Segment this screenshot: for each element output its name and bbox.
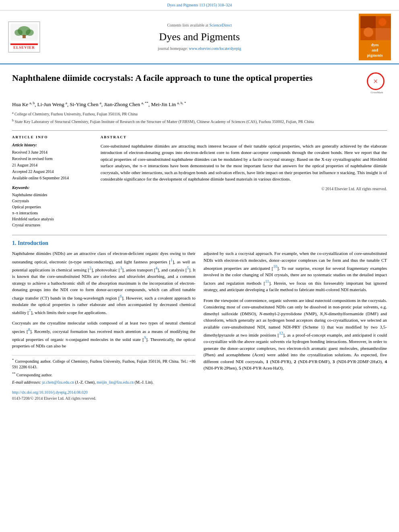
footnote-email: E-mail addresses: jz.chen@fzu.edu.cn (J.… — [12, 380, 195, 385]
ref-6[interactable]: 6 — [120, 294, 122, 298]
brand-line-2: and — [360, 47, 389, 53]
ref-12[interactable]: 12 — [279, 331, 283, 335]
svg-point-9 — [378, 18, 387, 26]
journal-logo-right: dyes and pigments — [359, 14, 391, 60]
abstract-col: ABSTRACT Core-substituted naphthalene di… — [101, 135, 387, 228]
intro-para-3: adjusted by such a cocrystal approach. F… — [204, 250, 387, 293]
article-history-title: Article history: — [12, 142, 93, 148]
footnotes-section: * Corresponding author. College of Chemi… — [12, 355, 195, 386]
keyword-6: Crystal structures — [12, 222, 93, 228]
email-mj[interactable]: meijin_lin@fzu.edu.cn — [97, 380, 134, 384]
article-info-label: ARTICLE INFO — [12, 135, 93, 140]
history-revised-label: Received in revised form — [12, 156, 93, 162]
section-divider-2 — [12, 235, 387, 235]
content-availability: Contents lists available at ScienceDirec… — [44, 23, 355, 28]
author-sup-4: a, ** — [142, 101, 149, 105]
crossmark-label: CrossMark — [367, 91, 387, 95]
intro-para-2: Cocrystals are the crystalline molecular… — [12, 320, 195, 349]
journal-title: Dyes and Pigments — [44, 30, 355, 44]
keywords-title: Keywords: — [12, 185, 93, 191]
brand-line-1: dyes — [360, 42, 389, 47]
ref-9[interactable]: 9 — [144, 335, 146, 340]
history-received: Received 3 June 2014 — [12, 150, 93, 155]
issn-line: 0143-7208/© 2014 Elsevier Ltd. All right… — [12, 395, 195, 401]
ref-4[interactable]: 4 — [156, 266, 158, 270]
svg-rect-7 — [376, 28, 391, 40]
authors-line: Hua Ke a, b, Li-Jun Weng a, Si-Ying Chen… — [12, 101, 387, 109]
svg-point-3 — [26, 29, 34, 36]
doi-section: http://dx.doi.org/10.1016/j.dyepig.2014.… — [12, 389, 195, 395]
dyes-pigments-brand: dyes and pigments — [359, 14, 391, 60]
intro-col-left: Naphthalene diimides (NDIs) are an attra… — [12, 250, 195, 401]
svg-rect-6 — [360, 16, 376, 28]
intro-para-4: From the viewpoint of convenience, organ… — [204, 297, 387, 372]
keyword-5: Hirshfeld surface analysis — [12, 216, 93, 222]
copyright-line: © 2014 Elsevier Ltd. All rights reserved… — [101, 186, 387, 192]
elsevier-logo: ELSEVIER — [8, 21, 40, 52]
ref-10[interactable]: 10 — [273, 264, 277, 269]
intro-title: 1. Introduction — [12, 239, 387, 247]
affiliation-b: b State Key Laboratory of Structural Che… — [12, 118, 387, 125]
intro-col-right: adjusted by such a cocrystal approach. F… — [204, 250, 387, 401]
author-sup-5: a, b, * — [177, 101, 186, 105]
article-info-abstract: ARTICLE INFO Article history: Received 3… — [12, 135, 387, 228]
journal-ref: Dyes and Pigments 113 (2015) 318–324 — [167, 3, 232, 7]
author-sup-3: a — [100, 101, 101, 105]
svg-point-2 — [14, 29, 23, 36]
footnote-doublestar: ** Corresponding author. — [12, 372, 195, 378]
journal-homepage: journal homepage: www.elsevier.com/locat… — [44, 46, 355, 51]
keyword-3: Optical properties — [12, 204, 93, 210]
email-jz[interactable]: jz.chen@fzu.edu.cn — [42, 380, 74, 384]
ref-7[interactable]: 7 — [29, 308, 31, 313]
crossmark-icon — [367, 72, 385, 90]
history-accepted: Accepted 22 August 2014 — [12, 169, 93, 175]
ref-8[interactable]: 8 — [28, 327, 30, 332]
article-info-col: ARTICLE INFO Article history: Received 3… — [12, 135, 93, 228]
affiliations: a College of Chemistry, Fuzhou Universit… — [12, 111, 387, 125]
two-col-content: Naphthalene diimides (NDIs) are an attra… — [12, 250, 387, 401]
abstract-label: ABSTRACT — [101, 135, 387, 140]
footnote-star: * Corresponding author. College of Chemi… — [12, 358, 195, 370]
doi-link[interactable]: http://dx.doi.org/10.1016/j.dyepig.2014.… — [12, 390, 88, 394]
article-title-row: Naphthalene diimide cocrystals: A facile… — [12, 72, 387, 95]
abstract-text: Core-substituted naphthalene diimides ar… — [101, 143, 387, 183]
svg-point-8 — [364, 27, 373, 37]
journal-top-bar: Dyes and Pigments 113 (2015) 318–324 — [0, 0, 399, 10]
journal-url[interactable]: www.elsevier.com/locate/dyepig — [189, 46, 241, 51]
history-revised-date: 21 August 2014 — [12, 162, 93, 168]
author-sup-2: a — [66, 101, 67, 105]
history-online: Available online 6 September 2014 — [12, 175, 93, 181]
ref-11[interactable]: 11 — [265, 279, 269, 283]
ref-5[interactable]: 5 — [187, 266, 189, 270]
crossmark-badge: CrossMark — [367, 72, 387, 95]
elsevier-tree-icon — [10, 24, 38, 41]
intro-para-1: Naphthalene diimides (NDIs) are an attra… — [12, 250, 195, 316]
ref-3[interactable]: 3 — [120, 266, 122, 270]
section-divider-1 — [12, 130, 387, 131]
article-title: Naphthalene diimide cocrystals: A facile… — [12, 72, 359, 84]
keyword-2: Cocrystals — [12, 198, 93, 204]
keyword-4: π–π interactions — [12, 210, 93, 216]
journal-center: Contents lists available at ScienceDirec… — [44, 23, 355, 51]
journal-cover-image — [360, 16, 391, 40]
journal-header: ELSEVIER Contents lists available at Sci… — [0, 10, 399, 64]
affiliation-a: a College of Chemistry, Fuzhou Universit… — [12, 111, 387, 117]
elsevier-brand-text: ELSEVIER — [10, 45, 38, 50]
sciencedirect-link[interactable]: ScienceDirect — [209, 23, 232, 27]
svg-rect-4 — [23, 35, 26, 38]
ref-2[interactable]: 2 — [89, 266, 91, 270]
ref-1[interactable]: 1 — [171, 258, 173, 262]
brand-line-3: pigments — [360, 53, 389, 58]
intro-section: 1. Introduction Naphthalene diimides (ND… — [12, 239, 387, 402]
keyword-1: Naphthalene diimides — [12, 192, 93, 198]
article-body: Naphthalene diimide cocrystals: A facile… — [0, 64, 399, 409]
author-sup-1: a, b — [29, 101, 35, 105]
